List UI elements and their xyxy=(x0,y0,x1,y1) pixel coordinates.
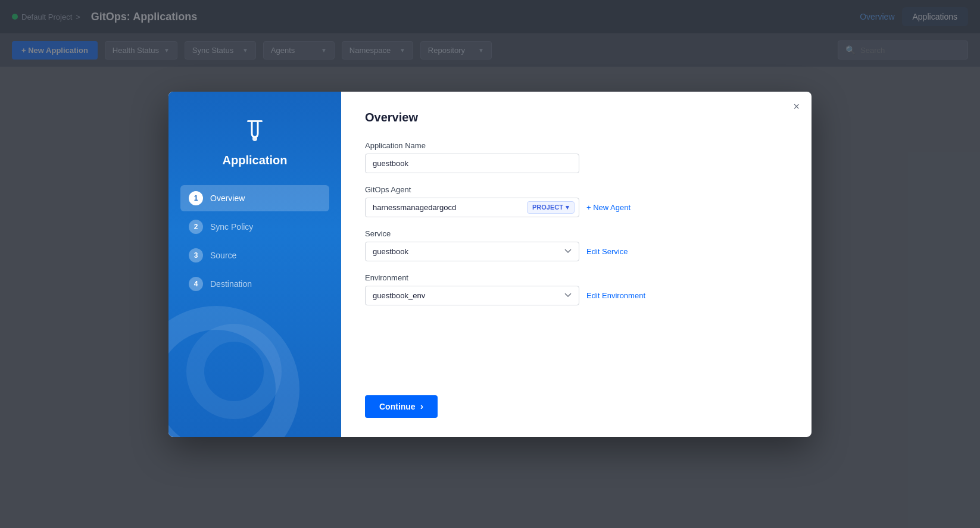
environment-row: guestbook_env Edit Environment xyxy=(365,286,788,305)
edit-environment-link[interactable]: Edit Environment xyxy=(586,291,645,300)
svg-rect-0 xyxy=(247,120,263,122)
project-badge[interactable]: PROJECT ▾ xyxy=(527,201,575,214)
service-select[interactable]: guestbook xyxy=(365,242,579,261)
step-number-2: 2 xyxy=(189,220,203,234)
project-badge-chevron: ▾ xyxy=(566,204,569,211)
modal-footer: Continue › xyxy=(365,371,788,418)
modal-overlay: Application 1 Overview 2 Sync Policy xyxy=(0,0,980,528)
modal-dialog: Application 1 Overview 2 Sync Policy xyxy=(168,92,812,437)
step-number-1: 1 xyxy=(189,191,203,205)
step-number-4: 4 xyxy=(189,277,203,291)
modal-left-panel: Application 1 Overview 2 Sync Policy xyxy=(168,92,341,437)
continue-button[interactable]: Continue › xyxy=(365,395,438,418)
step-list: 1 Overview 2 Sync Policy 3 Source xyxy=(180,185,329,297)
step-label-sync-policy: Sync Policy xyxy=(210,222,253,232)
svg-point-1 xyxy=(252,136,257,141)
step-label-source: Source xyxy=(210,251,236,260)
step-item-overview[interactable]: 1 Overview xyxy=(180,185,329,211)
environment-label: Environment xyxy=(365,273,788,282)
step-item-destination[interactable]: 4 Destination xyxy=(180,271,329,297)
modal-right-panel: × Overview Application Name GitOps Agent… xyxy=(341,92,812,437)
service-label: Service xyxy=(365,229,788,238)
step-item-source[interactable]: 3 Source xyxy=(180,242,329,268)
modal-left-title: Application xyxy=(223,154,288,167)
environment-group: Environment guestbook_env Edit Environme… xyxy=(365,273,788,305)
agent-row: PROJECT ▾ + New Agent xyxy=(365,198,788,217)
environment-select[interactable]: guestbook_env xyxy=(365,286,579,305)
new-agent-link[interactable]: + New Agent xyxy=(586,203,631,212)
gitops-agent-group: GitOps Agent PROJECT ▾ + New Agent xyxy=(365,185,788,217)
step-number-3: 3 xyxy=(189,248,203,263)
app-name-label: Application Name xyxy=(365,141,788,150)
edit-service-link[interactable]: Edit Service xyxy=(586,247,628,256)
agent-input-wrap: PROJECT ▾ xyxy=(365,198,579,217)
service-group: Service guestbook Edit Service xyxy=(365,229,788,261)
harness-logo-icon xyxy=(240,115,270,145)
project-badge-label: PROJECT xyxy=(532,204,563,211)
app-name-group: Application Name xyxy=(365,141,788,173)
gitops-agent-label: GitOps Agent xyxy=(365,185,788,194)
bg-watermark2 xyxy=(186,324,282,419)
bg-watermark xyxy=(168,306,299,437)
step-item-sync-policy[interactable]: 2 Sync Policy xyxy=(180,214,329,240)
app-name-input[interactable] xyxy=(365,154,579,173)
step-label-destination: Destination xyxy=(210,279,252,289)
step-label-overview: Overview xyxy=(210,193,245,203)
continue-arrow: › xyxy=(420,401,423,412)
modal-heading: Overview xyxy=(365,111,788,124)
modal-close-button[interactable]: × xyxy=(793,101,800,112)
service-row: guestbook Edit Service xyxy=(365,242,788,261)
continue-label: Continue xyxy=(379,402,416,411)
